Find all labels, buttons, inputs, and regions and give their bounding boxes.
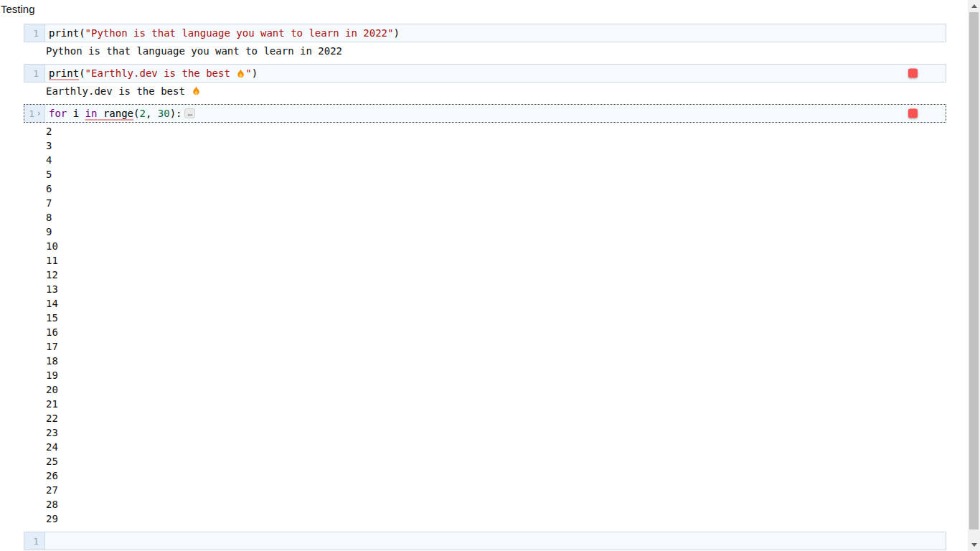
scroll-down-icon[interactable]: [971, 543, 977, 547]
folded-code-placeholder[interactable]: …: [184, 108, 195, 118]
code-cell-2[interactable]: 1 print("Earthly.dev is the best "): [24, 64, 946, 83]
line-number-gutter: 1: [24, 24, 45, 42]
line-number: 1: [33, 68, 39, 79]
code-line[interactable]: [45, 532, 946, 550]
fold-arrow-icon[interactable]: ›: [36, 110, 42, 117]
string-token: ": [245, 67, 251, 79]
code-token: print(: [49, 27, 85, 39]
line-number: 1: [33, 536, 39, 547]
code-cell-4[interactable]: 1: [24, 532, 946, 550]
cell-output: Earthly.dev is the best: [46, 84, 946, 98]
code-token: ):: [170, 108, 182, 119]
cell-output: 2 3 4 5 6 7 8 9 10 11 12 13 14 15 16 17 …: [46, 124, 946, 526]
code-token: ,: [146, 108, 158, 119]
code-line[interactable]: print("Python is that language you want …: [45, 24, 946, 42]
output-text: Earthly.dev is the best: [46, 85, 191, 97]
number-token: 2: [139, 108, 145, 119]
scroll-up-icon[interactable]: [971, 4, 977, 8]
code-token: (: [79, 67, 85, 79]
line-number-gutter: 1 ›: [24, 105, 45, 122]
code-line[interactable]: for i in range(2, 30):…: [45, 105, 946, 122]
keyword-token: for: [49, 108, 67, 119]
keyword-token: in: [85, 108, 98, 119]
fire-emoji-icon: [192, 85, 201, 96]
code-cell-3[interactable]: 1 › for i in range(2, 30):…: [24, 104, 946, 123]
code-token: ): [393, 27, 399, 39]
string-token: "Python is that language you want to lea…: [85, 27, 394, 39]
code-token: print: [49, 67, 79, 79]
line-number: 1: [29, 108, 34, 119]
stop-button[interactable]: [908, 109, 918, 118]
code-line[interactable]: print("Earthly.dev is the best "): [45, 65, 946, 82]
scrollbar[interactable]: [968, 0, 980, 551]
line-number-gutter: 1: [24, 532, 45, 550]
page-title: Testing: [1, 2, 946, 17]
scrollbar-thumb[interactable]: [969, 12, 979, 529]
code-token: (: [133, 108, 139, 119]
fire-emoji-icon: [236, 68, 245, 79]
code-cell-1[interactable]: 1 print("Python is that language you wan…: [24, 24, 946, 42]
number-token: 30: [158, 108, 170, 119]
cell-output: Python is that language you want to lear…: [46, 44, 946, 58]
code-token: range: [97, 108, 133, 119]
code-token: i: [67, 108, 85, 119]
code-token: ): [252, 67, 258, 79]
line-number: 1: [33, 28, 39, 39]
stop-button[interactable]: [908, 69, 918, 78]
string-token: "Earthly.dev is the best: [85, 67, 237, 79]
notebook: Testing 1 print("Python is that language…: [0, 0, 980, 551]
line-number-gutter: 1: [24, 65, 45, 82]
